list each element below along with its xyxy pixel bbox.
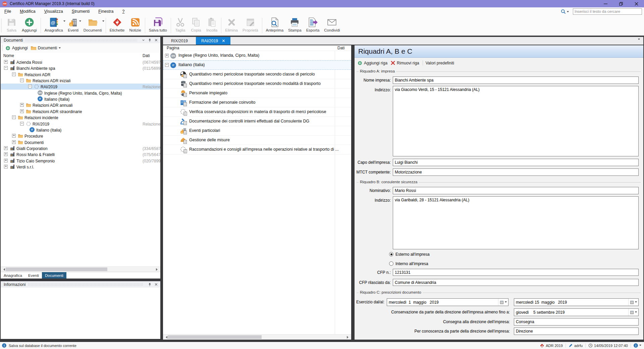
expand-icon[interactable]: + [20,109,24,113]
esercizio-dal-datepicker[interactable]: mercoledì 1 maggio 2019 [387,298,508,306]
page-hscrollbar[interactable] [163,334,351,340]
add-row-button[interactable]: Aggiungi riga [358,61,387,65]
calendar-icon[interactable] [498,299,508,306]
expand-icon[interactable]: + [12,140,16,144]
toolbar-button-preview[interactable]: Anteprima [264,15,286,36]
calendar-icon[interactable] [628,309,638,316]
toolbar-button-folder-big[interactable]: Documenti [81,15,104,36]
menu-modifica[interactable]: Modifica [15,7,40,15]
tree-row[interactable]: ITItaliano (Italia) [1,96,160,102]
remove-row-button[interactable]: Rimuovi riga [391,61,419,65]
page-row[interactable]: Raccomandazioni e consigli all'impresa n… [163,145,351,154]
toolbar-button-address-book[interactable]: @Anagrafica [42,15,65,36]
expand-icon[interactable]: + [4,152,8,156]
page-row[interactable]: −ITItaliano (Italia) [163,60,351,70]
expand-icon[interactable]: + [165,54,169,57]
toolbar-button-share[interactable]: Condividi [322,15,342,36]
toolbar-button-print[interactable]: Stampa [286,15,304,36]
tree-row[interactable]: +Procedure [1,133,160,139]
tree-row[interactable]: −Relazioni ADR [1,71,160,78]
close-tab-icon[interactable] [222,39,225,42]
restore-button[interactable] [613,0,629,7]
conoscenza-input[interactable] [514,328,639,335]
tree-row[interactable]: +Relazioni ADR annuali [1,102,160,108]
capo-impresa-input[interactable] [393,159,639,166]
tab-documenti[interactable]: Documenti [42,272,66,279]
radio-esterno[interactable] [389,252,393,256]
toolbar-grip[interactable] [1,19,2,32]
page-row[interactable]: Documentazione dei controlli interni eff… [163,117,351,126]
panel-toolbar-grip[interactable] [2,45,3,51]
column-header-dati[interactable]: Dati [337,46,344,50]
add-document-button[interactable]: Aggiungi [5,46,28,51]
cfp-da-input[interactable] [393,279,639,286]
indirizzo-a-textarea[interactable]: via Giacomo Verdi, 15 - 15121 Alessandri… [393,86,639,156]
calendar-icon[interactable] [628,299,638,306]
page-row[interactable]: Quantitativo merci pericolose trasportat… [163,70,351,79]
tree-row[interactable]: +Rossi Mario & Fratelli(075/5647) [1,151,160,157]
tab-anagrafica[interactable]: Anagrafica [1,272,25,279]
default-values-button[interactable]: Valori predefiniti [426,61,454,65]
expand-icon[interactable]: + [4,159,8,162]
mtct-input[interactable] [393,168,639,176]
close-button[interactable] [629,0,644,7]
tree-row[interactable]: +Verdi s.r.l. [1,164,160,170]
pin-icon[interactable] [147,38,152,43]
collapse-icon[interactable]: − [12,72,16,76]
documents-hscrollbar[interactable] [1,266,160,272]
chevron-down-icon[interactable] [141,38,146,43]
tree-row[interactable]: −Relazioni ADR iniziali [1,78,160,84]
tab-eventi[interactable]: Eventi [25,272,42,279]
tree-row[interactable]: +Gialli Corporation(334/6587) [1,145,160,151]
page-row[interactable]: Personale impiegato [163,89,351,98]
page-row[interactable]: Eventi particolari [163,126,351,136]
document-tab-rix2019[interactable]: RIX/2019 [166,37,193,45]
search-input[interactable] [573,8,642,15]
search-icon[interactable] [561,9,569,14]
document-tab-rai2019[interactable]: RAI/2019 [196,37,230,45]
cfp-input[interactable] [393,269,639,276]
collapse-icon[interactable]: − [12,115,16,119]
expand-icon[interactable]: + [4,165,8,168]
pin-icon[interactable] [147,282,152,287]
status-datetime[interactable]: 14/05/2019 12:07:40 [586,342,631,349]
nome-impresa-input[interactable] [393,77,639,84]
column-header-dati[interactable]: Dati [143,53,150,58]
dropdown-arrow-icon[interactable] [102,22,104,28]
consegna-input[interactable] [514,318,639,326]
toolbar-button-export[interactable]: Esporta [304,15,322,36]
minimize-button[interactable] [598,0,613,7]
menu-finestra[interactable]: Finestra [94,7,118,15]
toolbar-button-rss[interactable]: Notizie [127,15,143,36]
page-row[interactable]: Gestione delle misure [163,136,351,145]
collapse-icon[interactable]: − [165,63,169,67]
tree-row[interactable]: −RIX/2019Relazione [1,121,160,127]
toolbar-button-add-circle[interactable]: Aggiungi [19,15,39,36]
tree-row[interactable]: −Relazioni incidente [1,114,160,120]
tree-row[interactable]: −RAI/2019Relazione [1,84,160,90]
menu-file[interactable]: File [0,7,15,15]
collapse-icon[interactable]: − [28,85,32,88]
toolbar-button-events-flame[interactable]: Eventi [65,15,81,36]
tree-row[interactable]: ITItaliano (Italia) [1,127,160,133]
page-row[interactable]: Verifica osservanza disposizioni in mate… [163,107,351,117]
column-header-nome[interactable]: Nome [3,53,14,58]
nominativo-input[interactable] [393,187,639,194]
status-adr-edition[interactable]: ADR 2019 [537,342,566,349]
page-row[interactable]: +ENInglese (Regno Unito, Irlanda, Cipro,… [163,51,351,60]
expand-icon[interactable]: + [12,134,16,138]
tree-row[interactable]: +Relazioni ADR straordinarie [1,108,160,114]
status-user[interactable]: adrfu [566,342,585,349]
documents-filter-button[interactable]: Documenti [31,46,61,50]
radio-interno[interactable] [389,261,393,266]
expand-icon[interactable]: + [4,146,8,150]
tree-row[interactable]: +Tizio Caio Sempronio(020/7899) [1,158,160,164]
collapse-icon[interactable]: − [20,122,24,126]
documents-filter-arrow[interactable] [59,47,61,50]
status-info-menu[interactable]: i [631,342,644,349]
esercizio-al-datepicker[interactable]: mercoledì 15 maggio 2019 [514,298,639,306]
tree-row[interactable]: +Azienda Rossi(067/4597) [1,59,160,65]
expand-icon[interactable]: + [20,103,24,107]
menu-visualizza[interactable]: Visualizza [40,7,67,15]
toolbar-button-save-all[interactable]: Salva tutto [147,15,169,36]
